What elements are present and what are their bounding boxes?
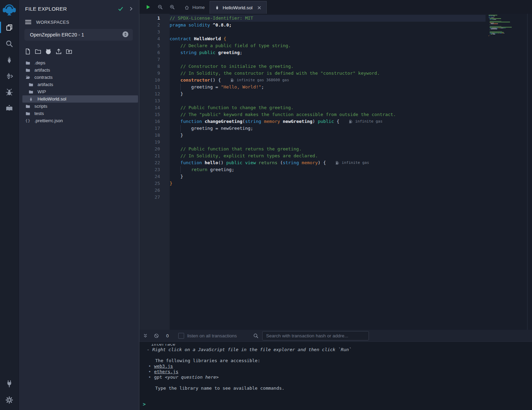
workspaces-label: WORKSPACES xyxy=(36,20,69,25)
code-lines: // SPDX-License-Identifier: MITpragma so… xyxy=(170,15,486,201)
accept-check-icon[interactable] xyxy=(118,6,124,12)
upload-file-icon[interactable] xyxy=(55,48,62,55)
minimap[interactable] xyxy=(489,15,527,38)
code-line: contract HelloWorld { xyxy=(170,35,486,42)
learneth-icon[interactable] xyxy=(0,100,19,116)
line-number: 8 xyxy=(139,63,170,70)
tree-item-wip[interactable]: WIP xyxy=(22,88,138,95)
terminal-collapse-icon[interactable] xyxy=(143,333,148,338)
debugger-icon[interactable] xyxy=(0,84,19,100)
folder-icon xyxy=(28,82,34,87)
terminal-prompt[interactable]: > xyxy=(143,401,532,407)
folder-open-icon xyxy=(25,75,31,80)
terminal-search-input[interactable] xyxy=(262,331,369,340)
workspace-selected-value: OpenZeppelin ERC20 - 1 xyxy=(30,32,84,38)
code-line xyxy=(170,56,486,63)
library-link[interactable]: web3.js xyxy=(154,364,173,369)
code-line: // Public function to change the greetin… xyxy=(170,104,486,111)
code-editor[interactable]: 1234567891011121314151617181920212223242… xyxy=(139,14,532,330)
tab-bar: HomeHelloWorld.sol xyxy=(139,0,532,14)
editor-area: HomeHelloWorld.sol 123456789101112131415… xyxy=(139,0,532,410)
remix-logo-icon[interactable] xyxy=(0,0,19,19)
zoom-out-icon[interactable] xyxy=(158,4,163,10)
tree-item-artifacts[interactable]: artifacts xyxy=(22,66,138,74)
terminal-output: interface - Right click on a JavaScript … xyxy=(139,342,532,391)
run-script-icon[interactable] xyxy=(146,4,151,10)
code-line: // Public function that returns the gree… xyxy=(170,146,486,153)
indent-guide xyxy=(180,166,181,173)
tree-item-label: WIP xyxy=(38,89,46,94)
code-line: } xyxy=(170,180,486,187)
tab-helloworld-sol[interactable]: HelloWorld.sol xyxy=(210,1,267,14)
gas-estimate-badge: infinite gas 368600 gas xyxy=(231,77,289,84)
tab-label: Home xyxy=(192,5,205,10)
workspace-select[interactable]: OpenZeppelin ERC20 - 1 xyxy=(24,29,133,41)
line-number: 15 xyxy=(139,111,170,118)
solidity-icon xyxy=(215,5,220,10)
line-number: 21 xyxy=(139,153,170,159)
search-icon[interactable] xyxy=(0,35,19,52)
tree-item--prettierrc-json[interactable]: {}.prettierrc.json xyxy=(22,117,138,124)
workspace-updown-icon[interactable] xyxy=(122,31,129,39)
line-number: 25 xyxy=(139,180,170,187)
close-tab-icon[interactable] xyxy=(257,6,262,10)
new-folder-icon[interactable] xyxy=(35,48,41,55)
code-line: string public greeting; xyxy=(170,49,486,56)
settings-icon[interactable] xyxy=(0,392,19,408)
code-line: // In Solidity, the constructor is defin… xyxy=(170,70,486,77)
workspaces-menu-icon[interactable] xyxy=(25,20,31,24)
line-number: 6 xyxy=(139,49,170,56)
panel-header: FILE EXPLORER xyxy=(25,3,134,14)
tab-home[interactable]: Home xyxy=(180,1,210,14)
zoom-in-icon[interactable] xyxy=(170,4,175,10)
code-line: return greeting; xyxy=(170,166,486,173)
plugin-manager-icon[interactable] xyxy=(0,376,19,392)
tree-item-tests[interactable]: tests xyxy=(22,110,138,117)
deploy-and-run-icon[interactable] xyxy=(0,68,19,84)
code-line: // Declare a public field of type string… xyxy=(170,42,486,49)
code-line: greeting = newGreeting; xyxy=(170,125,486,132)
folder-icon xyxy=(25,104,31,109)
folder-icon xyxy=(28,90,34,94)
terminal-search-icon xyxy=(253,333,258,338)
folder-icon xyxy=(25,111,31,116)
line-number: 1 xyxy=(139,15,170,22)
tree-item-label: artifacts xyxy=(34,67,50,73)
github-icon[interactable] xyxy=(45,48,52,55)
solidity-compiler-icon[interactable] xyxy=(0,52,19,68)
file-explorer-icon[interactable] xyxy=(0,19,19,35)
terminal-line: - Right click on a JavaScript file in th… xyxy=(144,347,532,353)
tabs: HomeHelloWorld.sol xyxy=(180,1,267,14)
tree-item-contracts[interactable]: contracts xyxy=(22,74,138,81)
new-file-icon[interactable] xyxy=(24,48,31,55)
home-icon xyxy=(184,5,189,10)
listen-transactions-label: listen on all transactions xyxy=(187,333,237,338)
code-line: // The "public" keyword makes the functi… xyxy=(170,111,486,118)
library-link[interactable]: ethers.js xyxy=(154,369,178,374)
line-number: 13 xyxy=(139,97,170,104)
tab-label: HelloWorld.sol xyxy=(223,5,253,10)
gas-pump-icon xyxy=(336,161,340,165)
code-line: // Constructor to initialize the greetin… xyxy=(170,63,486,70)
bullet: • xyxy=(148,375,151,380)
terminal-clear-icon[interactable] xyxy=(154,333,159,338)
tree-item-artifacts[interactable]: artifacts xyxy=(22,81,138,88)
listen-transactions-checkbox[interactable] xyxy=(178,333,184,339)
line-number: 24 xyxy=(139,173,170,180)
folder-icon xyxy=(25,61,31,65)
chevron-right-icon[interactable] xyxy=(128,6,134,11)
code-line xyxy=(170,194,486,201)
tree-item-scripts[interactable]: scripts xyxy=(22,103,138,110)
line-number: 19 xyxy=(139,139,170,146)
tree-item-helloworld-sol[interactable]: HelloWorld.sol xyxy=(22,95,138,103)
bullet: • xyxy=(148,369,151,374)
gas-pump-icon xyxy=(231,78,235,82)
line-number: 2 xyxy=(139,22,170,29)
activity-bar xyxy=(0,0,19,410)
line-number: 11 xyxy=(139,84,170,91)
line-number: 18 xyxy=(139,132,170,139)
tree-item--deps[interactable]: .deps xyxy=(22,59,138,66)
terminal-line: •gpt <your question here> xyxy=(144,375,532,380)
upload-folder-icon[interactable] xyxy=(66,48,72,55)
line-number: 17 xyxy=(139,125,170,132)
